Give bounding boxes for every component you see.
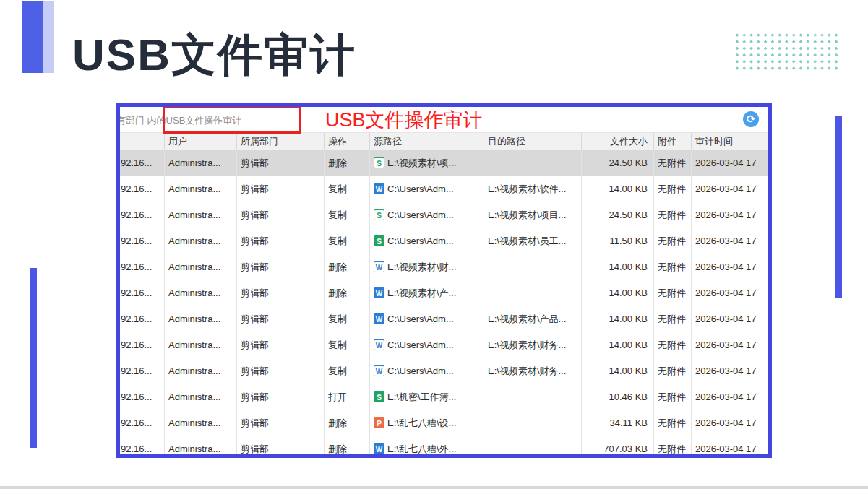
column-header[interactable]: 目的路径 [484, 133, 582, 150]
file-size-cell: 10.46 KB [582, 384, 654, 410]
dest-path-cell: E:\视频素材\财务... [484, 332, 582, 358]
user-cell: Administra... [165, 384, 237, 410]
table-row[interactable]: 92.16...Administra...剪辑部复制SC:\Users\Adm.… [120, 228, 768, 254]
ppt-solid-file-icon: P [374, 417, 384, 428]
audit-time-cell: 2026-03-04 17 [692, 150, 768, 176]
slide-title: USB文件审计 [72, 25, 356, 85]
operation-cell: 删除 [325, 280, 370, 306]
dest-path-cell: E:\视频素材\财务... [484, 358, 582, 384]
source-path-cell: PE:\乱七八糟\设... [370, 410, 484, 436]
file-size-cell: 14.00 KB [582, 358, 654, 384]
right-accent-bar [835, 116, 842, 298]
audit-screenshot-inner: 有部门 内的USB文件操作审计 USB文件操作审计 ⟳ 用户所属部门操作源路径目… [120, 107, 768, 454]
column-header[interactable]: 用户 [165, 133, 237, 150]
column-header[interactable]: 源路径 [370, 133, 484, 150]
dest-path-cell: E:\视频素材\软件... [484, 176, 582, 202]
attachment-cell: 无附件 [654, 280, 692, 306]
audit-time-cell: 2026-03-04 17 [692, 436, 768, 454]
source-path-text: E:\机密\工作簿... [387, 391, 456, 402]
source-path-cell: WC:\Users\Adm... [370, 358, 484, 384]
user-cell: Administra... [165, 202, 237, 228]
column-header[interactable]: 文件大小 [582, 133, 654, 150]
dest-path-cell [484, 410, 582, 436]
dest-path-cell: E:\视频素材\员工... [484, 228, 582, 254]
dest-path-cell: E:\视频素材\项目... [484, 202, 582, 228]
table-row[interactable]: 92.16...Administra...剪辑部删除WE:\视频素材\产...1… [120, 280, 768, 306]
user-cell: Administra... [165, 436, 237, 454]
source-path-cell: WE:\视频素材\财... [370, 254, 484, 280]
user-cell: Administra... [165, 358, 237, 384]
file-size-cell: 14.00 KB [582, 176, 654, 202]
dest-path-cell [484, 436, 582, 454]
table-row[interactable]: 92.16...Administra...剪辑部删除WE:\乱七八糟\外...7… [120, 436, 768, 454]
source-path-cell: WC:\Users\Adm... [370, 176, 484, 202]
table-row[interactable]: 92.16...Administra...剪辑部删除SE:\视频素材\项...2… [120, 150, 768, 176]
department-cell: 剪辑部 [237, 150, 325, 176]
file-size-cell: 24.50 KB [582, 202, 654, 228]
table-body: 92.16...Administra...剪辑部删除SE:\视频素材\项...2… [120, 150, 768, 454]
dest-path-cell: E:\视频素材\产品... [484, 306, 582, 332]
column-header[interactable]: 附件 [654, 133, 692, 150]
audit-time-cell: 2026-03-04 17 [692, 254, 768, 280]
refresh-icon[interactable]: ⟳ [743, 111, 759, 127]
department-cell: 剪辑部 [237, 176, 325, 202]
table-row[interactable]: 92.16...Administra...剪辑部复制WC:\Users\Adm.… [120, 306, 768, 332]
source-path-text: C:\Users\Adm... [387, 365, 454, 376]
attachment-cell: 无附件 [654, 358, 692, 384]
department-cell: 剪辑部 [237, 436, 325, 454]
audit-time-cell: 2026-03-04 17 [692, 306, 768, 332]
word-solid-file-icon: W [374, 313, 384, 324]
audit-time-cell: 2026-03-04 17 [692, 280, 768, 306]
column-header[interactable]: 审计时间 [692, 133, 768, 150]
table-row[interactable]: 92.16...Administra...剪辑部打开SE:\机密\工作簿...1… [120, 384, 768, 410]
table-row[interactable]: 92.16...Administra...剪辑部复制WC:\Users\Adm.… [120, 358, 768, 384]
table-row[interactable]: 92.16...Administra...剪辑部删除PE:\乱七八糟\设...3… [120, 410, 768, 436]
operation-cell: 复制 [325, 332, 370, 358]
ip-cell: 92.16... [120, 410, 165, 436]
source-path-text: E:\乱七八糟\外... [387, 443, 456, 454]
department-cell: 剪辑部 [237, 332, 325, 358]
operation-cell: 删除 [325, 410, 370, 436]
attachment-cell: 无附件 [654, 410, 692, 436]
user-cell: Administra... [165, 306, 237, 332]
source-path-text: E:\视频素材\项... [387, 157, 456, 168]
ip-cell: 92.16... [120, 228, 165, 254]
operation-cell: 复制 [325, 176, 370, 202]
department-cell: 剪辑部 [237, 410, 325, 436]
source-path-cell: WC:\Users\Adm... [370, 306, 484, 332]
operation-cell: 复制 [325, 358, 370, 384]
source-path-cell: SE:\视频素材\项... [370, 150, 484, 176]
source-path-cell: SE:\机密\工作簿... [370, 384, 484, 410]
source-path-cell: SC:\Users\Adm... [370, 228, 484, 254]
operation-cell: 删除 [325, 436, 370, 454]
source-path-text: E:\视频素材\产... [387, 287, 456, 298]
user-cell: Administra... [165, 176, 237, 202]
table-row[interactable]: 92.16...Administra...剪辑部复制WC:\Users\Adm.… [120, 332, 768, 358]
department-cell: 剪辑部 [237, 254, 325, 280]
attachment-cell: 无附件 [654, 332, 692, 358]
file-size-cell: 14.00 KB [582, 254, 654, 280]
operation-cell: 复制 [325, 202, 370, 228]
attachment-cell: 无附件 [654, 436, 692, 454]
annotation-text: USB文件操作审计 [325, 108, 483, 132]
user-cell: Administra... [165, 280, 237, 306]
table-row[interactable]: 92.16...Administra...剪辑部复制SC:\Users\Adm.… [120, 202, 768, 228]
dots-pattern [734, 32, 841, 73]
attachment-cell: 无附件 [654, 254, 692, 280]
audit-time-cell: 2026-03-04 17 [692, 332, 768, 358]
source-path-cell: SC:\Users\Adm... [370, 202, 484, 228]
attachment-cell: 无附件 [654, 202, 692, 228]
department-cell: 剪辑部 [237, 202, 325, 228]
dest-path-cell [484, 150, 582, 176]
operation-cell: 复制 [325, 228, 370, 254]
column-header[interactable]: 操作 [325, 133, 370, 150]
title-accent-bar-light [43, 1, 54, 73]
excel-outline-file-icon: S [374, 157, 384, 168]
department-cell: 剪辑部 [237, 358, 325, 384]
source-path-text: C:\Users\Adm... [387, 313, 454, 324]
source-path-text: E:\乱七八糟\设... [387, 417, 456, 428]
column-header[interactable] [120, 133, 165, 150]
column-header[interactable]: 所属部门 [237, 133, 325, 150]
table-row[interactable]: 92.16...Administra...剪辑部删除WE:\视频素材\财...1… [120, 254, 768, 280]
table-row[interactable]: 92.16...Administra...剪辑部复制WC:\Users\Adm.… [120, 176, 768, 202]
